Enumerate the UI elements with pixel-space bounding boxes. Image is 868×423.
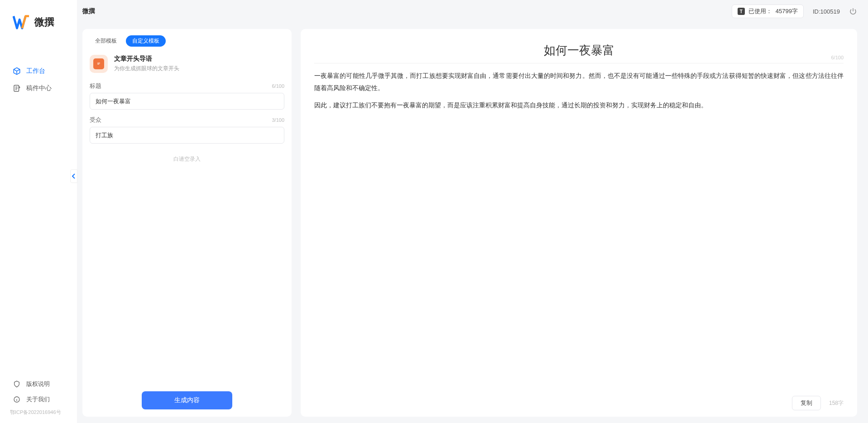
brand-name: 微撰 bbox=[34, 15, 54, 29]
sidebar-item-label: 关于我们 bbox=[26, 395, 50, 404]
text-quota-icon: T bbox=[738, 8, 745, 15]
shield-icon bbox=[13, 380, 21, 388]
template-desc: 为你生成抓眼球的文章开头 bbox=[114, 65, 179, 72]
output-char-count: 158字 bbox=[829, 399, 844, 407]
tab-custom-template[interactable]: 自定义模板 bbox=[126, 35, 166, 47]
user-id: ID:100519 bbox=[813, 8, 840, 15]
title-input[interactable] bbox=[90, 93, 284, 110]
field-count: 6/100 bbox=[272, 83, 284, 89]
info-icon bbox=[13, 395, 21, 404]
logo-icon bbox=[13, 14, 30, 31]
topbar: 微撰 T 已使用： 45799字 ID:100519 bbox=[77, 0, 868, 23]
field-label: 标题 bbox=[90, 82, 101, 90]
template-icon bbox=[90, 55, 108, 73]
template-name: 文章开头导语 bbox=[114, 55, 179, 63]
power-icon[interactable] bbox=[849, 7, 857, 15]
sidebar-item-label: 工作台 bbox=[26, 67, 45, 75]
usage-badge[interactable]: T 已使用： 45799字 bbox=[732, 5, 804, 18]
sidebar-item-label: 版权说明 bbox=[26, 380, 50, 388]
output-body: 一夜暴富的可能性几乎微乎其微，而打工族想要实现财富自由，通常需要付出大量的时间和… bbox=[314, 70, 844, 117]
svg-rect-4 bbox=[97, 64, 99, 64]
output-panel: 如何一夜暴富 6/100 一夜暴富的可能性几乎微乎其微，而打工族想要实现财富自由… bbox=[301, 29, 857, 417]
sidebar-item-label: 稿件中心 bbox=[26, 84, 52, 92]
template-tabs: 全部模板 自定义模板 bbox=[82, 29, 292, 47]
output-paragraph: 一夜暴富的可能性几乎微乎其微，而打工族想要实现财富自由，通常需要付出大量的时间和… bbox=[314, 70, 844, 94]
cube-icon bbox=[13, 67, 21, 75]
collapse-sidebar-button[interactable] bbox=[70, 169, 77, 183]
page-title: 微撰 bbox=[82, 7, 95, 15]
output-paragraph: 因此，建议打工族们不要抱有一夜暴富的期望，而是应该注重积累财富和提高自身技能，通… bbox=[314, 99, 844, 111]
audience-input[interactable] bbox=[90, 127, 284, 144]
field-audience: 受众 3/100 bbox=[90, 116, 284, 144]
field-title: 标题 6/100 bbox=[90, 82, 284, 110]
field-label: 受众 bbox=[90, 116, 101, 124]
tab-all-templates[interactable]: 全部模板 bbox=[89, 35, 123, 47]
sidebar-bottom: 版权说明 关于我们 鄂ICP备2022016946号 bbox=[0, 376, 77, 423]
field-count: 3/100 bbox=[272, 117, 284, 123]
svg-rect-3 bbox=[97, 63, 100, 63]
usage-label: 已使用： bbox=[748, 7, 772, 15]
logo[interactable]: 微撰 bbox=[0, 0, 77, 40]
sidebar-item-workbench[interactable]: 工作台 bbox=[0, 62, 77, 80]
doc-icon bbox=[13, 84, 21, 92]
main-nav: 工作台 稿件中心 bbox=[0, 40, 77, 376]
input-panel: 全部模板 自定义模板 文章开头导语 为你生成抓眼球的文章开头 bbox=[82, 29, 292, 417]
generate-button[interactable]: 生成内容 bbox=[142, 391, 232, 409]
copy-button[interactable]: 复制 bbox=[792, 396, 821, 410]
output-title-count: 6/100 bbox=[831, 55, 844, 60]
selected-template: 文章开头导语 为你生成抓眼球的文章开头 bbox=[82, 47, 292, 77]
sidebar-item-copyright[interactable]: 版权说明 bbox=[0, 376, 77, 392]
usage-value: 45799字 bbox=[776, 7, 798, 15]
sidebar-item-about[interactable]: 关于我们 bbox=[0, 392, 77, 407]
sidebar-item-drafts[interactable]: 稿件中心 bbox=[0, 80, 77, 97]
icp-text: 鄂ICP备2022016946号 bbox=[0, 407, 77, 418]
voice-hint: 白请空录入 bbox=[90, 150, 284, 168]
sidebar: 微撰 工作台 稿件中心 版权说明 bbox=[0, 0, 77, 423]
output-title: 如何一夜暴富 bbox=[314, 38, 844, 61]
